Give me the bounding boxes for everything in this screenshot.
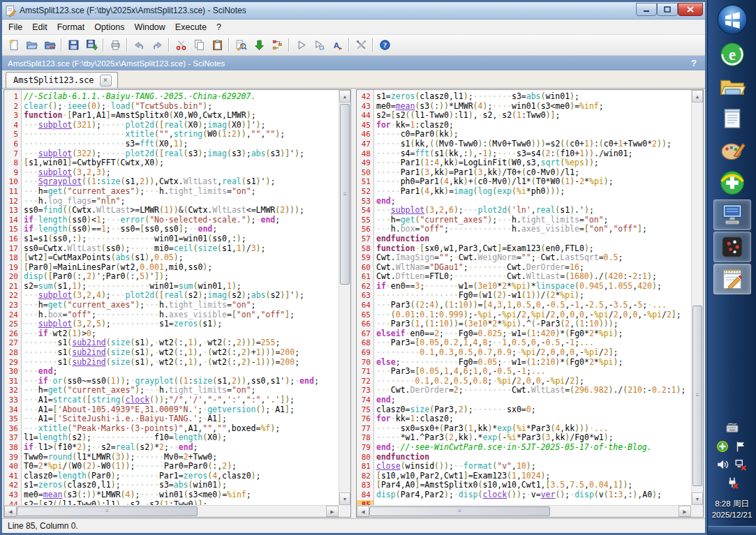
- tray-safety-tray[interactable]: [714, 441, 731, 455]
- taskbar-file-explorer[interactable]: [713, 71, 751, 102]
- code-line[interactable]: s1=zeros(clasz0,l1);········s3=abs(win01…: [376, 92, 691, 102]
- code-line[interactable]: ·····Par1(4,kk)=imag(log(exp(%i*ph0)));: [376, 187, 691, 197]
- code-line[interactable]: ·······s1(sub2ind(size(s1),·wt2(:,1),·wt…: [24, 338, 339, 348]
- code-line[interactable]: ·····c0=Par0(kk);: [376, 130, 691, 140]
- code-line[interactable]: s1=zeros(clasz0,l1);········s3=abs(win01…: [24, 481, 339, 490]
- code-line[interactable]: ···Sgrayplot((1:size(s1,2)),Cwtx.WltLast…: [24, 177, 339, 187]
- taskbar-virtual-machine[interactable]: [713, 199, 751, 230]
- docbar-help-icon[interactable]: ?: [688, 58, 699, 68]
- code-line[interactable]: Tww0=round(l1*LMWR(3));······Mv0=2+Tww0;: [24, 453, 339, 462]
- menu-execute[interactable]: Execute: [170, 21, 212, 33]
- code-line[interactable]: ···h.box="off";·············h.axes_visib…: [24, 310, 339, 320]
- maximize-button[interactable]: [657, 3, 678, 16]
- code-line[interactable]: function·[Par1,A1]=AmstSplitx0(X0,W0,Cwt…: [24, 111, 339, 121]
- scroll-left-icon[interactable]: ◀: [357, 506, 369, 517]
- minimize-button[interactable]: [636, 3, 657, 16]
- code-line[interactable]: close(winsid());··format("v",10);: [376, 462, 691, 472]
- pane-splitter[interactable]: [351, 89, 356, 518]
- copy-button[interactable]: [190, 37, 208, 54]
- menu-edit[interactable]: Edit: [27, 21, 52, 33]
- code-line[interactable]: ·················Fg0=(w1(2)-w1(1))/(2*%p…: [376, 291, 691, 301]
- code-line[interactable]: [376, 500, 691, 505]
- code-line[interactable]: [Par4,A0]=AmstSplitx0(s10,w10,Cwt1,[3.5,…: [376, 481, 691, 490]
- code-line[interactable]: for·kk=1:clasz0;: [376, 414, 691, 424]
- scroll-right-icon[interactable]: ▶: [679, 506, 691, 517]
- preferences-button[interactable]: [352, 37, 370, 54]
- code-line[interactable]: ···subplot(3,2,3);: [24, 168, 339, 178]
- scroll-down-icon[interactable]: ▼: [692, 492, 703, 505]
- taskbar-clock[interactable]: 8:28 周日2025/12/21: [712, 498, 753, 520]
- tray-power-unplugged[interactable]: [724, 477, 741, 491]
- tray-input-keyboard[interactable]: [724, 423, 741, 437]
- open-file-button[interactable]: [22, 37, 40, 54]
- menu-options[interactable]: Options: [89, 21, 129, 33]
- scrollbar-thumb[interactable]: [340, 104, 350, 285]
- code-line[interactable]: me0=mean(s3(:))*LMWR(4);····win01(s3<me0…: [376, 102, 691, 112]
- code-line[interactable]: [wt2]=CwtMaxPoints(abs(s1),0.05);: [24, 253, 339, 263]
- print-button[interactable]: [106, 37, 124, 54]
- code-line[interactable]: ···(0.01:0.1:0.999);-%pi,-%pi/2,%pi/2,0,…: [376, 310, 691, 320]
- code-line[interactable]: Cwt.ImagSign="";·Cwt.WeigNorm="";·Cwt.La…: [376, 253, 691, 263]
- tray-language-flag[interactable]: [732, 441, 749, 455]
- code-line[interactable]: [Par0]=MainLinesPar(wt2,0.001,mi0,ss0);: [24, 263, 339, 273]
- code-line[interactable]: l1=length(s2);·············f10=length(X0…: [24, 433, 339, 443]
- code-line[interactable]: ·····ph0=Par1(4,kk)+(c0-Mv0)/l1*(T0*W0(1…: [376, 177, 691, 187]
- code-line[interactable]: endfunction: [376, 234, 691, 244]
- code-line[interactable]: elseif·en0==2;···Fg0=0.025;·w1=(1:420)*(…: [376, 329, 691, 339]
- code-line[interactable]: Cwt.WltNam="DGau1";········Cwt.DerOrder=…: [376, 263, 691, 273]
- code-line[interactable]: if·length(ss0)==1;··ss0=[ss0,ss0];··end;: [24, 225, 339, 234]
- code-line[interactable]: ·····Par1(1:4,kk)=LogLinFit(W0,s3,sqrt(%…: [376, 158, 691, 168]
- code-line[interactable]: ········0.1,0.2,0.5,0.8;·%pi/2,0,0,-%pi/…: [376, 377, 691, 386]
- code-line[interactable]: end;: [376, 395, 691, 405]
- code-line[interactable]: Cwt.DftLen=FTL0;···········Cwt.WltLast=(…: [376, 272, 691, 282]
- tab-close-icon[interactable]: ✕: [100, 75, 112, 86]
- scroll-left-icon[interactable]: ◀: [4, 506, 17, 517]
- horizontal-scrollbar[interactable]: ◀ ▶: [4, 505, 339, 517]
- show-desktop-button[interactable]: [708, 526, 756, 535]
- scrollbar-thumb[interactable]: [692, 306, 702, 486]
- code-line[interactable]: //·Scilab·6.1.1.·Baiyu·TANG.·2025.·China…: [24, 92, 339, 102]
- code-line[interactable]: ···end;: [24, 367, 339, 377]
- execute-until-button[interactable]: A: [328, 37, 346, 54]
- undo-button[interactable]: [130, 37, 148, 54]
- titlebar[interactable]: AmstSplit123.sce (F:\tby\2025x\AmstSplit…: [2, 2, 705, 20]
- taskbar-start-button[interactable]: [713, 1, 751, 38]
- code-line[interactable]: ·····s4=fft(s1(kk,:),-1);····s3=s4(2:(f1…: [376, 149, 691, 159]
- code-line[interactable]: ·····················xtitle("",string(W0…: [24, 130, 339, 140]
- redo-button[interactable]: [148, 37, 166, 54]
- tab-amstsplit123[interactable]: AmstSplit123.sce ✕: [6, 72, 118, 88]
- code-line[interactable]: ···h.log_flags="nln";: [24, 197, 339, 206]
- code-line[interactable]: me0=mean(s3(:))*LMWR(4);····win01(s3<me0…: [24, 490, 339, 500]
- code-line[interactable]: disp(Par4,Par2);·disp(clock());·v=ver();…: [376, 490, 691, 500]
- code-line[interactable]: disp([Par0(:,2)';Par0(:,5)']);: [24, 272, 339, 282]
- code-line[interactable]: ···subplot(3,2,5);··········s1=zeros(s1)…: [24, 319, 339, 329]
- execute-save-button[interactable]: [310, 37, 328, 54]
- code-line[interactable]: ···Par3(1,(1:10))=(3e10*2*%pi).^(-Par3(2…: [376, 319, 691, 329]
- load-into-scilab-button[interactable]: [250, 37, 268, 54]
- scroll-down-icon[interactable]: ▼: [339, 492, 350, 505]
- code-line[interactable]: else;············Fg0=0.05;··w1=(1:210)*(…: [376, 358, 691, 368]
- code-line[interactable]: function·[sx0,w1,Par3,Cwt]=Exam123(en0,F…: [376, 244, 691, 254]
- tray-volume[interactable]: [714, 459, 731, 473]
- code-line[interactable]: clear();·ieee(0);·load("TcwtSubs.bin");: [24, 102, 339, 112]
- taskbar-browser[interactable]: e: [713, 39, 751, 70]
- execute-file-button[interactable]: [292, 37, 310, 54]
- code-line[interactable]: ···Par3=[0.05,0.2,1,4,8;··1,0.5,0,-0.5,-…: [376, 338, 691, 348]
- code-line[interactable]: ···subplot(322);·····plot2d([real(s3);im…: [24, 149, 339, 159]
- code-line[interactable]: ·····················s3=fft(X0,1);: [24, 140, 339, 149]
- vertical-scrollbar[interactable]: ▲ ▼: [691, 90, 703, 505]
- code-line[interactable]: T0=2*%pi/(W0(2)-W0(1));······Par0=Par0(:…: [24, 462, 339, 472]
- save-button[interactable]: [64, 37, 82, 54]
- scroll-right-icon[interactable]: ▶: [326, 506, 339, 517]
- help-button[interactable]: ?: [376, 37, 394, 54]
- taskbar-scinotes[interactable]: [713, 264, 751, 294]
- code-line[interactable]: end;: [376, 197, 691, 206]
- taskbar-notepad[interactable]: [713, 103, 751, 134]
- horizontal-scrollbar[interactable]: ◀ ▶: [357, 505, 691, 517]
- code-line[interactable]: if·l1>(f10*2);··s2=real(s2)*2;··end;: [24, 443, 339, 453]
- code-line[interactable]: ···Par3=[0.05,1,4,6;1,0,-0.5,-1;...: [376, 367, 691, 377]
- code-line[interactable]: ···A1=strcat([string(clock());"/",'/',"-…: [24, 395, 339, 405]
- tray-network-disconnected[interactable]: [732, 459, 749, 473]
- taskbar-scilab-console[interactable]: [713, 232, 751, 262]
- code-line[interactable]: clasz0=size(Par3,2);·······sx0=0;: [376, 405, 691, 415]
